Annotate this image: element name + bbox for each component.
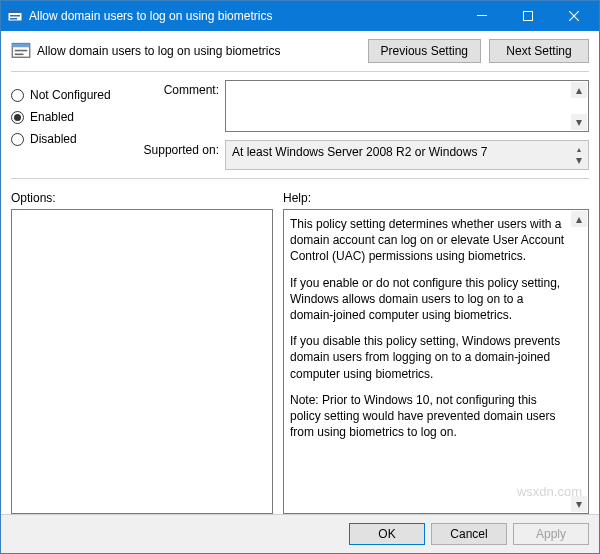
policy-icon [11, 41, 31, 61]
titlebar[interactable]: Allow domain users to log on using biome… [1, 1, 599, 31]
radio-icon [11, 111, 24, 124]
scroll-down-icon[interactable]: ▾ [571, 114, 587, 130]
header-row: Allow domain users to log on using biome… [11, 39, 589, 63]
help-box[interactable]: This policy setting determines whether u… [283, 209, 589, 514]
settings-area: Not Configured Enabled Disabled Comment:… [11, 80, 589, 170]
dialog-body: Allow domain users to log on using biome… [1, 31, 599, 514]
help-paragraph: Note: Prior to Windows 10, not configuri… [290, 392, 568, 441]
next-setting-button[interactable]: Next Setting [489, 39, 589, 63]
radio-label: Not Configured [30, 88, 111, 102]
divider [11, 71, 589, 72]
svg-rect-11 [15, 54, 24, 56]
close-icon [569, 11, 579, 21]
svg-rect-4 [477, 15, 487, 16]
svg-rect-10 [15, 50, 28, 52]
close-button[interactable] [551, 1, 597, 31]
previous-setting-button[interactable]: Previous Setting [368, 39, 481, 63]
svg-rect-3 [10, 18, 17, 20]
radio-label: Enabled [30, 110, 74, 124]
radio-enabled[interactable]: Enabled [11, 110, 129, 124]
options-label: Options: [11, 191, 273, 205]
policy-icon [7, 8, 23, 24]
policy-dialog: Allow domain users to log on using biome… [0, 0, 600, 554]
window-title: Allow domain users to log on using biome… [29, 9, 459, 23]
minimize-button[interactable] [459, 1, 505, 31]
radio-disabled[interactable]: Disabled [11, 132, 129, 146]
help-paragraph: If you enable or do not configure this p… [290, 275, 568, 324]
supported-on-value: At least Windows Server 2008 R2 or Windo… [225, 140, 589, 170]
cancel-button[interactable]: Cancel [431, 523, 507, 545]
help-paragraph: This policy setting determines whether u… [290, 216, 568, 265]
help-panel: Help: This policy setting determines whe… [283, 191, 589, 514]
apply-button: Apply [513, 523, 589, 545]
policy-title: Allow domain users to log on using biome… [37, 44, 360, 58]
help-label: Help: [283, 191, 589, 205]
comment-input[interactable]: ▴ ▾ [225, 80, 589, 132]
options-box [11, 209, 273, 514]
supported-on-label: Supported on: [137, 140, 219, 157]
dialog-footer: OK Cancel Apply [1, 514, 599, 553]
radio-not-configured[interactable]: Not Configured [11, 88, 129, 102]
svg-rect-9 [12, 44, 30, 48]
scroll-down-icon[interactable]: ▾ [571, 152, 587, 168]
comment-label: Comment: [137, 80, 219, 97]
radio-icon [11, 89, 24, 102]
scroll-up-icon[interactable]: ▴ [571, 211, 587, 227]
svg-rect-2 [10, 15, 20, 17]
radio-icon [11, 133, 24, 146]
maximize-button[interactable] [505, 1, 551, 31]
state-radiogroup: Not Configured Enabled Disabled [11, 80, 129, 170]
scroll-down-icon[interactable]: ▾ [571, 496, 587, 512]
radio-label: Disabled [30, 132, 77, 146]
fields: Comment: ▴ ▾ Supported on: At least Wind… [137, 80, 589, 170]
options-panel: Options: [11, 191, 273, 514]
ok-button[interactable]: OK [349, 523, 425, 545]
lower-panels: Options: Help: This policy setting deter… [11, 191, 589, 514]
svg-rect-5 [524, 12, 533, 21]
supported-on-text: At least Windows Server 2008 R2 or Windo… [232, 145, 487, 159]
minimize-icon [477, 11, 487, 21]
scroll-up-icon[interactable]: ▴ [571, 82, 587, 98]
help-paragraph: If you disable this policy setting, Wind… [290, 333, 568, 382]
maximize-icon [523, 11, 533, 21]
divider [11, 178, 589, 179]
svg-rect-1 [8, 10, 22, 13]
